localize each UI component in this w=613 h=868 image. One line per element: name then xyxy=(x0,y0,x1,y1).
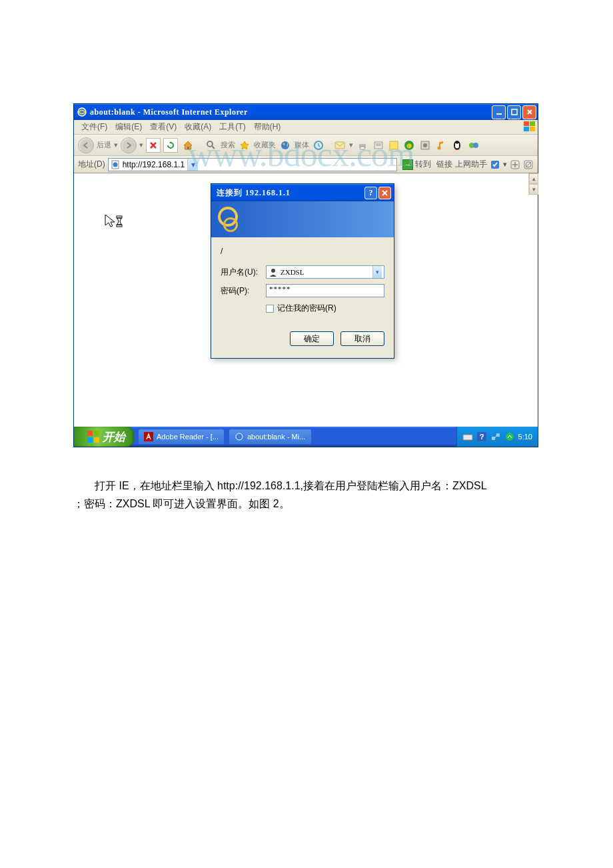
tray-volume-icon[interactable] xyxy=(504,431,515,442)
back-label: 后退 xyxy=(97,140,111,150)
search-label: 搜索 xyxy=(221,140,235,150)
menu-view[interactable]: 查看(V) xyxy=(147,120,180,134)
search-button[interactable] xyxy=(205,139,218,152)
svg-rect-5 xyxy=(524,127,529,131)
taskbar-item-ie[interactable]: about:blank - Mi... xyxy=(229,429,312,445)
stop-button[interactable] xyxy=(146,138,161,153)
history-button[interactable] xyxy=(312,139,325,152)
media-label: 媒体 xyxy=(295,140,309,150)
notes-button[interactable] xyxy=(388,139,400,151)
auth-title-text: 连接到 192.168.1.1 xyxy=(217,187,364,199)
helper-label[interactable]: 上网助手 xyxy=(455,159,487,170)
svg-rect-6 xyxy=(530,127,535,131)
password-label: 密码(P): xyxy=(221,285,266,297)
tray-network-icon[interactable] xyxy=(490,431,501,442)
start-button[interactable]: 开始 xyxy=(74,427,134,447)
menu-edit[interactable]: 编辑(E) xyxy=(112,120,145,134)
svg-point-11 xyxy=(283,143,285,145)
close-button[interactable] xyxy=(522,105,536,119)
username-label: 用户名(U): xyxy=(221,267,266,278)
menu-help[interactable]: 帮助(H) xyxy=(251,120,285,134)
qq-icon[interactable] xyxy=(450,138,464,153)
address-input[interactable]: http://192.168.1.1 ▾ xyxy=(108,158,397,171)
toolbar: 后退 ▾ ▾ 搜索 收藏夹 媒体 ▾ ⊕ xyxy=(74,135,538,156)
auth-banner xyxy=(211,201,394,237)
media-button[interactable] xyxy=(279,139,292,152)
auth-realm: / xyxy=(221,247,384,256)
tray-keyboard-icon[interactable] xyxy=(462,431,473,442)
password-value: ***** xyxy=(269,285,291,293)
address-dropdown-icon[interactable]: ▾ xyxy=(187,159,198,171)
auth-close-button[interactable] xyxy=(378,187,391,199)
svg-point-54 xyxy=(506,433,514,441)
menu-tools[interactable]: 工具(T) xyxy=(216,120,249,134)
svg-point-24 xyxy=(423,143,427,147)
svg-rect-7 xyxy=(187,147,189,149)
minimize-button[interactable] xyxy=(492,105,506,119)
svg-text:⊕: ⊕ xyxy=(406,142,412,149)
go-label: 转到 xyxy=(415,159,431,170)
cancel-button[interactable]: 取消 xyxy=(340,331,384,346)
svg-line-53 xyxy=(495,435,496,438)
home-button[interactable] xyxy=(181,138,195,153)
scroll-up-icon[interactable]: ▴ xyxy=(529,173,538,184)
svg-rect-42 xyxy=(87,431,93,436)
helper-icon-2[interactable] xyxy=(510,159,520,170)
print-button[interactable] xyxy=(356,139,369,152)
ie-page-icon xyxy=(111,160,120,169)
svg-rect-48 xyxy=(463,435,472,440)
username-dropdown-icon[interactable]: ▾ xyxy=(372,266,382,278)
window-title: about:blank - Microsoft Internet Explore… xyxy=(90,107,492,117)
mail-button[interactable] xyxy=(333,139,346,151)
forward-button[interactable] xyxy=(121,137,137,153)
refresh-button[interactable] xyxy=(163,138,178,153)
adobe-icon xyxy=(144,432,153,441)
favorites-button[interactable] xyxy=(238,139,251,152)
3721-icon[interactable]: ⊕ xyxy=(402,139,416,152)
back-button[interactable] xyxy=(78,137,94,153)
user-icon xyxy=(269,267,278,277)
svg-rect-15 xyxy=(360,141,364,144)
edit-button[interactable] xyxy=(372,139,385,151)
tray-help-icon[interactable]: ? xyxy=(476,431,487,442)
menu-favorites[interactable]: 收藏(A) xyxy=(181,120,215,134)
tool-icon-1[interactable] xyxy=(418,139,432,152)
svg-point-29 xyxy=(458,143,459,145)
address-label: 地址(D) xyxy=(78,159,105,170)
maximize-button[interactable] xyxy=(507,105,521,119)
msn-icon[interactable] xyxy=(466,139,481,152)
helper-icon-3[interactable] xyxy=(523,159,534,170)
caption-text: 打开 IE，在地址栏里输入 http://192.168.1.1,接着在用户登陆… xyxy=(73,477,540,513)
go-button[interactable]: → 转到 xyxy=(400,159,434,170)
taskbar: 开始 Adobe Reader - [... about:blank - Mi.… xyxy=(74,427,538,447)
music-icon[interactable] xyxy=(434,139,448,152)
auth-dialog: 连接到 192.168.1.1 ? / 用户名(U): ZXD xyxy=(211,183,394,359)
auth-help-button[interactable]: ? xyxy=(364,187,377,199)
links-label[interactable]: 链接 xyxy=(436,159,452,170)
svg-point-28 xyxy=(455,143,456,145)
svg-point-25 xyxy=(438,146,441,149)
svg-rect-16 xyxy=(360,147,364,149)
svg-point-31 xyxy=(473,143,478,148)
windows-flag-icon xyxy=(524,121,536,132)
password-input[interactable]: ***** xyxy=(266,284,384,297)
taskbar-item-label: Adobe Reader - [... xyxy=(157,433,219,441)
svg-rect-45 xyxy=(94,437,99,443)
username-input[interactable]: ZXDSL ▾ xyxy=(266,265,384,279)
taskbar-item-adobe[interactable]: Adobe Reader - [... xyxy=(138,429,225,445)
favorites-label: 收藏夹 xyxy=(254,140,276,150)
svg-rect-4 xyxy=(530,121,535,126)
svg-text:?: ? xyxy=(479,433,484,441)
menu-file[interactable]: 文件(F) xyxy=(78,120,111,134)
svg-rect-20 xyxy=(390,141,398,149)
auth-titlebar: 连接到 192.168.1.1 ? xyxy=(211,184,394,201)
ok-button[interactable]: 确定 xyxy=(290,331,334,346)
svg-rect-13 xyxy=(335,142,344,149)
system-tray: ? 5:10 xyxy=(456,427,538,447)
helper-icon-1[interactable] xyxy=(490,159,500,170)
scroll-down-icon[interactable]: ▾ xyxy=(529,184,538,195)
remember-checkbox[interactable] xyxy=(266,305,274,313)
scrollbar[interactable]: ▴ ▾ xyxy=(528,173,538,195)
svg-rect-3 xyxy=(524,121,529,126)
svg-rect-52 xyxy=(496,433,500,437)
